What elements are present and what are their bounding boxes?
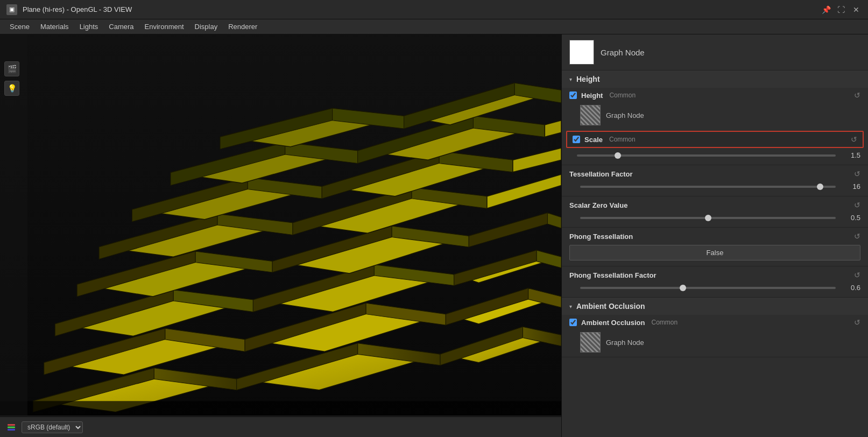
height-graph-node-sub: Graph Node: [562, 103, 868, 130]
ao-graph-node-label: Graph Node: [606, 339, 644, 347]
scale-reset-button[interactable]: ↺: [851, 135, 857, 144]
title-bar: ▣ Plane (hi-res) - OpenGL - 3D VIEW 📌 ⛶ …: [0, 0, 868, 19]
svg-rect-64: [0, 401, 561, 415]
ao-section-title: Ambient Occlusion: [576, 302, 645, 311]
scalar-zero-slider-row: 0.5: [562, 212, 868, 227]
menu-materials[interactable]: Materials: [35, 20, 74, 33]
stack-icon: [5, 421, 17, 433]
phong-tessellation-factor-reset-button[interactable]: ↺: [854, 271, 860, 279]
ao-checkbox[interactable]: [569, 319, 577, 326]
phong-tessellation-factor-value: 0.6: [841, 284, 860, 292]
phong-tessellation-dropdown[interactable]: False: [569, 245, 860, 260]
height-graph-node-label: Graph Node: [606, 111, 644, 119]
scalar-zero-section: Scalar Zero Value ↺ 0.5: [562, 196, 868, 228]
viewport-bottom-bar: sRGB (default): [0, 417, 561, 437]
phong-tessellation-factor-section: Phong Tessellation Factor ↺ 0.6: [562, 266, 868, 298]
ambient-occlusion-section: ▾ Ambient Occlusion Ambient Occlusion Co…: [562, 298, 868, 357]
phong-tessellation-dropdown-row: False: [562, 243, 868, 266]
scene-background: [0, 34, 561, 415]
viewport-panel: 🎬 💡: [0, 34, 561, 437]
brick-scene-svg: [0, 34, 561, 415]
fullscreen-button[interactable]: ⛶: [836, 4, 846, 15]
tessellation-slider[interactable]: [580, 186, 836, 188]
tessellation-reset-button[interactable]: ↺: [854, 170, 860, 178]
graph-node-thumbnail: [569, 40, 594, 65]
camera-tool[interactable]: 🎬: [4, 61, 19, 76]
menu-camera[interactable]: Camera: [103, 20, 139, 33]
ao-graph-thumbnail: [580, 332, 601, 353]
svg-rect-66: [8, 424, 15, 426]
tessellation-section: Tessellation Factor ↺ 16: [562, 165, 868, 196]
height-graph-thumbnail: [580, 105, 601, 125]
scalar-zero-range-container: [580, 217, 836, 219]
phong-tessellation-prop-row: Phong Tessellation ↺: [562, 228, 868, 243]
scalar-zero-reset-button[interactable]: ↺: [854, 201, 860, 209]
phong-tessellation-reset-button[interactable]: ↺: [854, 232, 860, 241]
phong-tessellation-prop-name: Phong Tessellation: [569, 232, 854, 241]
scale-range-container: [577, 154, 836, 157]
close-button[interactable]: ✕: [851, 4, 862, 15]
window-title: Plane (hi-res) - OpenGL - 3D VIEW: [23, 5, 821, 13]
graph-node-header: Graph Node: [562, 34, 868, 71]
menu-bar: Scene Materials Lights Camera Environmen…: [0, 19, 868, 34]
ao-chevron: ▾: [569, 304, 572, 309]
ao-reset-button[interactable]: ↺: [854, 318, 860, 327]
scale-prop-name: Scale: [584, 136, 603, 144]
scalar-zero-prop-name: Scalar Zero Value: [569, 201, 854, 209]
viewport-tools: 🎬 💡: [4, 61, 19, 96]
window-controls: 📌 ⛶ ✕: [821, 4, 862, 15]
tessellation-range-container: [580, 186, 836, 188]
tessellation-prop-name: Tessellation Factor: [569, 170, 854, 178]
ao-section-header[interactable]: ▾ Ambient Occlusion: [562, 298, 868, 315]
phong-tessellation-factor-range-container: [580, 287, 836, 289]
svg-rect-67: [8, 426, 15, 428]
menu-scene[interactable]: Scene: [4, 20, 35, 33]
pin-button[interactable]: 📌: [821, 4, 831, 15]
menu-environment[interactable]: Environment: [139, 20, 189, 33]
height-section: ▾ Height Height Common ↺ Graph Node Scal…: [562, 71, 868, 165]
phong-tessellation-factor-prop-row: Phong Tessellation Factor ↺: [562, 266, 868, 281]
main-content: 🎬 💡: [0, 34, 868, 437]
scale-prop-common: Common: [609, 136, 636, 143]
scalar-zero-value: 0.5: [841, 214, 860, 222]
scale-value: 1.5: [841, 151, 860, 159]
ao-property-row: Ambient Occlusion Common ↺: [562, 315, 868, 330]
height-section-header[interactable]: ▾ Height: [562, 71, 868, 88]
height-prop-name: Height: [581, 91, 603, 100]
phong-tessellation-factor-slider-row: 0.6: [562, 281, 868, 297]
scalar-zero-slider[interactable]: [580, 217, 836, 219]
height-checkbox[interactable]: [569, 91, 577, 99]
tessellation-value: 16: [841, 182, 860, 191]
scalar-zero-prop-row: Scalar Zero Value ↺: [562, 196, 868, 212]
tessellation-prop-row: Tessellation Factor ↺: [562, 165, 868, 180]
height-section-title: Height: [576, 75, 600, 83]
right-panel: Graph Node ▾ Height Height Common ↺ Grap…: [561, 34, 868, 437]
ao-prop-name: Ambient Occlusion: [581, 319, 645, 327]
scale-slider[interactable]: [577, 154, 836, 157]
scale-property-row: Scale Common ↺: [566, 131, 864, 148]
scale-slider-row: 1.5: [562, 149, 868, 165]
3d-viewport[interactable]: [0, 34, 561, 415]
menu-display[interactable]: Display: [189, 20, 223, 33]
ao-graph-node-sub: Graph Node: [562, 330, 868, 357]
app-icon: ▣: [6, 4, 17, 15]
scale-checkbox[interactable]: [573, 136, 580, 143]
phong-tessellation-section: Phong Tessellation ↺ False: [562, 228, 868, 266]
graph-node-label: Graph Node: [601, 48, 645, 57]
height-chevron: ▾: [569, 76, 572, 82]
phong-tessellation-factor-slider[interactable]: [580, 287, 836, 289]
light-tool[interactable]: 💡: [4, 81, 19, 96]
height-property-row: Height Common ↺: [562, 88, 868, 103]
tessellation-slider-row: 16: [562, 180, 868, 196]
ao-prop-common: Common: [651, 319, 678, 326]
svg-rect-68: [8, 429, 15, 431]
phong-tessellation-factor-prop-name: Phong Tessellation Factor: [569, 271, 854, 279]
height-reset-button[interactable]: ↺: [854, 91, 860, 100]
height-prop-common: Common: [609, 91, 636, 99]
menu-renderer[interactable]: Renderer: [223, 20, 263, 33]
color-mode-select[interactable]: sRGB (default): [22, 421, 83, 433]
menu-lights[interactable]: Lights: [74, 20, 104, 33]
